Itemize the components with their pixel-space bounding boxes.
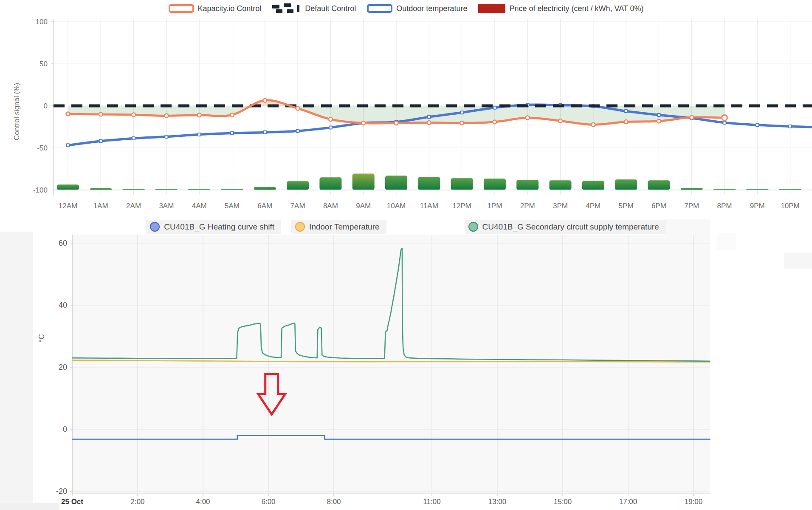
svg-text:5PM: 5PM: [619, 202, 634, 210]
legend-label: Default Control: [305, 4, 356, 13]
legend-item-indoor-temperature[interactable]: Indoor Temperature: [291, 220, 386, 234]
legend-item-kapacity-control[interactable]: Kapacity.io Control: [169, 4, 262, 13]
kapacity-control-swatch: [169, 4, 194, 13]
svg-text:6PM: 6PM: [651, 202, 666, 210]
outdoor-temperature-swatch: [367, 4, 392, 13]
svg-text:15:00: 15:00: [554, 498, 572, 506]
svg-text:0: 0: [44, 102, 48, 110]
svg-text:10PM: 10PM: [781, 202, 799, 210]
svg-text:12AM: 12AM: [59, 202, 77, 210]
svg-text:6:00: 6:00: [261, 498, 275, 506]
svg-text:10AM: 10AM: [387, 202, 406, 210]
svg-text:13:00: 13:00: [488, 498, 507, 506]
svg-text:50: 50: [39, 60, 48, 68]
svg-text:7PM: 7PM: [684, 202, 699, 210]
svg-text:11:00: 11:00: [423, 498, 440, 506]
svg-text:9AM: 9AM: [356, 202, 371, 210]
svg-text:3AM: 3AM: [159, 202, 174, 210]
legend-label: Kapacity.io Control: [198, 4, 262, 13]
control-signal-axis-label: Control signal (%): [13, 83, 21, 140]
svg-text:40: 40: [59, 301, 67, 309]
svg-text:0: 0: [63, 425, 67, 434]
celsius-axis-label: °C: [37, 334, 46, 343]
heating-curve-shift-swatch: [150, 222, 160, 232]
svg-text:25 Oct: 25 Oct: [61, 498, 83, 506]
svg-text:60: 60: [59, 239, 67, 247]
legend-item-secondary-supply-temperature[interactable]: CU401B_G Secondary circuit supply temper…: [465, 220, 666, 234]
charts-canvas[interactable]: 12AM1AM2AM3AM4AM5AM6AM7AM8AM9AM10AM11AM1…: [0, 0, 812, 510]
svg-text:3PM: 3PM: [553, 202, 568, 210]
svg-text:-20: -20: [56, 487, 67, 496]
svg-text:8:00: 8:00: [327, 498, 341, 506]
svg-text:100: 100: [36, 18, 48, 26]
svg-text:11AM: 11AM: [420, 202, 438, 210]
svg-text:8PM: 8PM: [717, 202, 732, 210]
legend-label: Price of electricity (cent / kWh, VAT 0%…: [509, 4, 643, 13]
svg-text:17:00: 17:00: [619, 498, 637, 506]
default-control-dash-swatch: [272, 3, 301, 14]
legend-label: Outdoor temperature: [396, 4, 467, 13]
svg-text:2AM: 2AM: [126, 202, 141, 210]
energy-dashboard: 12AM1AM2AM3AM4AM5AM6AM7AM8AM9AM10AM11AM1…: [0, 0, 812, 510]
secondary-supply-temperature-swatch: [468, 222, 478, 232]
electricity-price-swatch: [478, 4, 505, 13]
legend-item-electricity-price[interactable]: Price of electricity (cent / kWh, VAT 0%…: [478, 4, 643, 13]
legend-label: Indoor Temperature: [309, 222, 379, 232]
legend-label: CU401B_G Heating curve shift: [164, 222, 274, 232]
svg-text:-100: -100: [33, 186, 48, 194]
svg-text:1AM: 1AM: [93, 202, 108, 210]
svg-text:19:00: 19:00: [685, 498, 703, 506]
legend-item-default-control[interactable]: Default Control: [272, 3, 356, 14]
svg-text:8AM: 8AM: [323, 202, 338, 210]
legend-item-outdoor-temperature[interactable]: Outdoor temperature: [367, 4, 467, 13]
svg-text:2PM: 2PM: [520, 202, 535, 210]
svg-text:7AM: 7AM: [290, 202, 305, 210]
svg-text:-50: -50: [37, 144, 48, 152]
legend-item-heating-curve-shift[interactable]: CU401B_G Heating curve shift: [146, 220, 281, 234]
svg-text:6AM: 6AM: [257, 202, 272, 210]
svg-text:4:00: 4:00: [196, 498, 210, 506]
temperature-chart-legend: CU401B_G Heating curve shift Indoor Temp…: [0, 220, 812, 234]
svg-text:20: 20: [59, 363, 67, 371]
svg-text:12PM: 12PM: [452, 202, 471, 210]
svg-text:9PM: 9PM: [750, 202, 765, 210]
legend-label: CU401B_G Secondary circuit supply temper…: [482, 222, 659, 232]
svg-text:4AM: 4AM: [192, 202, 207, 210]
svg-text:4PM: 4PM: [586, 202, 601, 210]
svg-text:1PM: 1PM: [487, 202, 502, 210]
indoor-temperature-swatch: [295, 222, 305, 232]
control-chart-legend: Kapacity.io Control Default Control Outd…: [0, 3, 812, 14]
svg-text:5AM: 5AM: [225, 202, 240, 210]
svg-text:2:00: 2:00: [130, 498, 144, 506]
